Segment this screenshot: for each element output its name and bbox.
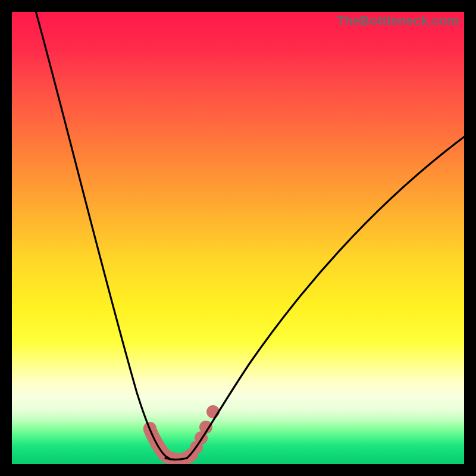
curve-right	[187, 137, 464, 458]
chart-area: TheBottleneck.com	[12, 12, 464, 464]
curve-left	[33, 12, 169, 458]
chart-svg	[12, 12, 464, 464]
